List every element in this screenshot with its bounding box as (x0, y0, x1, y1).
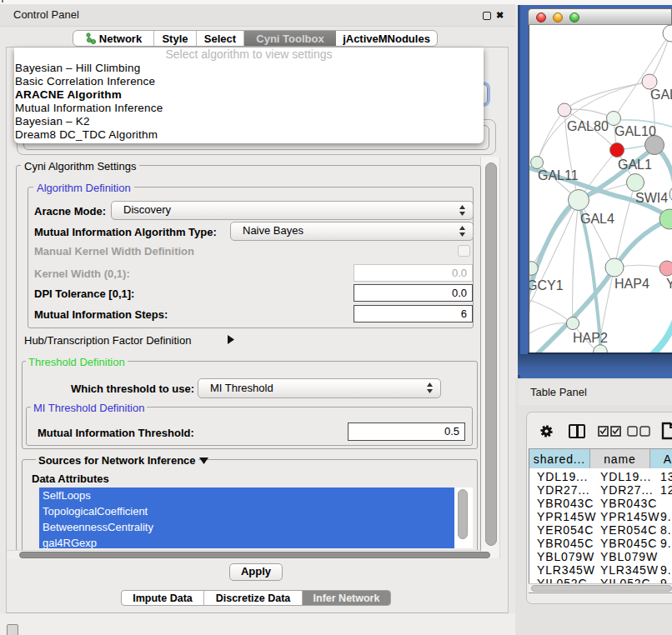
svg-text:GAL11: GAL11 (538, 168, 579, 182)
svg-text:SWI4: SWI4 (635, 191, 668, 205)
svg-text:HAP2: HAP2 (573, 331, 608, 345)
svg-text:GCY1: GCY1 (529, 278, 564, 292)
svg-text:GAL80: GAL80 (567, 119, 609, 133)
svg-text:GAL4: GAL4 (580, 212, 614, 226)
svg-text:GAL1: GAL1 (618, 158, 652, 172)
svg-text:HAP4: HAP4 (614, 277, 649, 291)
svg-text:GAL10: GAL10 (614, 124, 656, 138)
svg-text:GAL7: GAL7 (650, 88, 672, 102)
svg-text:Y: Y (666, 277, 672, 291)
